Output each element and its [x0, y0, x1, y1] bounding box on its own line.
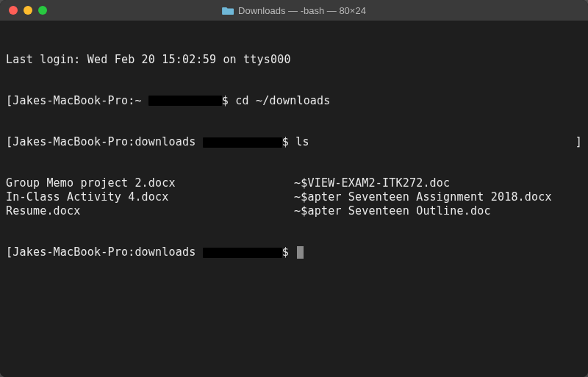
- ls-col-right: ~$VIEW-EXAM2-ITK272.doc ~$apter Seventee…: [294, 176, 552, 218]
- redacted-user-1: [148, 96, 222, 106]
- ls-output: Group Memo project 2.docx In-Class Activ…: [6, 176, 582, 218]
- list-item: ~$apter Seventeen Assignment 2018.docx: [294, 190, 552, 204]
- cursor-block: [297, 246, 304, 259]
- terminal-window: Downloads — -bash — 80×24 Last login: We…: [0, 0, 588, 377]
- folder-icon: [222, 6, 234, 15]
- window-title: Downloads — -bash — 80×24: [238, 5, 366, 16]
- ls-col-left: Group Memo project 2.docx In-Class Activ…: [6, 176, 294, 218]
- terminal-body[interactable]: Last login: Wed Feb 20 15:02:59 on ttys0…: [0, 21, 588, 377]
- prompt-cmd-2: $ ls: [282, 135, 309, 148]
- right-bracket: ]: [576, 135, 582, 149]
- redacted-user-2: [203, 137, 282, 148]
- close-button[interactable]: [9, 6, 18, 15]
- prompt-cmd-3: $: [282, 245, 295, 259]
- list-item: In-Class Activity 4.docx: [6, 190, 294, 204]
- maximize-button[interactable]: [38, 6, 47, 15]
- prompt-line-2: [Jakes-MacBook-Pro:downloads $ ls]: [6, 135, 582, 149]
- minimize-button[interactable]: [24, 6, 32, 15]
- prompt-host-3: Jakes-MacBook-Pro:downloads: [12, 245, 202, 259]
- prompt-host-2: Jakes-MacBook-Pro:downloads: [12, 135, 202, 148]
- titlebar: Downloads — -bash — 80×24: [0, 0, 588, 21]
- prompt-line-1: [Jakes-MacBook-Pro:~ $ cd ~/downloads: [6, 94, 582, 108]
- prompt-cmd-1: $ cd ~/downloads: [222, 94, 331, 107]
- prompt-host-1: Jakes-MacBook-Pro:~: [12, 94, 148, 107]
- traffic-lights: [0, 6, 47, 15]
- list-item: Group Memo project 2.docx: [6, 176, 294, 190]
- list-item: Resume.docx: [6, 204, 294, 218]
- list-item: ~$VIEW-EXAM2-ITK272.doc: [294, 176, 552, 190]
- redacted-user-3: [203, 248, 282, 258]
- prompt-line-3: [Jakes-MacBook-Pro:downloads $: [6, 245, 582, 259]
- window-title-group: Downloads — -bash — 80×24: [222, 5, 366, 16]
- last-login-line: Last login: Wed Feb 20 15:02:59 on ttys0…: [6, 53, 582, 67]
- list-item: ~$apter Seventeen Outline.doc: [294, 204, 552, 218]
